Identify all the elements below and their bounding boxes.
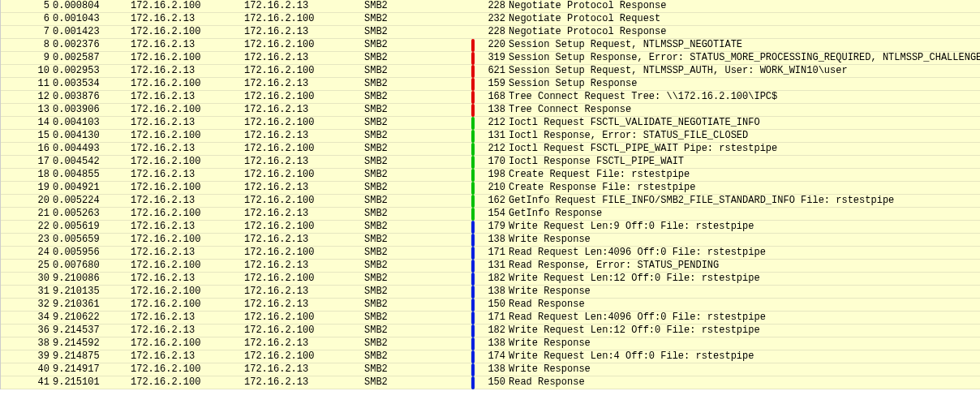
packet-number: 20	[1, 195, 53, 207]
packet-row[interactable]: 230.005659172.16.2.100172.16.2.13SMB2138…	[1, 234, 980, 247]
packet-source: 172.16.2.100	[131, 286, 244, 298]
bracket-bar-icon	[471, 52, 475, 65]
packet-length: 228	[478, 0, 509, 12]
packet-time: 0.002376	[53, 39, 131, 51]
packet-info: Read Request Len:4096 Off:0 File: rstest…	[509, 247, 980, 259]
bracket-bar-icon	[471, 350, 475, 363]
packet-row[interactable]: 160.004493172.16.2.13172.16.2.100SMB2212…	[1, 143, 980, 156]
packet-time: 9.214537	[53, 325, 131, 337]
packet-source: 172.16.2.100	[131, 0, 244, 12]
packet-row[interactable]: 70.001423172.16.2.100172.16.2.13SMB2228N…	[1, 26, 980, 39]
packet-time: 0.005619	[53, 221, 131, 233]
packet-row[interactable]: 130.003906172.16.2.100172.16.2.13SMB2138…	[1, 104, 980, 117]
phase-bracket	[468, 337, 478, 350]
packet-protocol: SMB2	[364, 78, 468, 90]
packet-destination: 172.16.2.100	[244, 117, 364, 129]
packet-time: 0.002953	[53, 65, 131, 77]
packet-row[interactable]: 50.000804172.16.2.100172.16.2.13SMB2228N…	[1, 0, 980, 13]
bracket-bar-icon	[471, 286, 475, 299]
packet-protocol: SMB2	[364, 13, 468, 25]
packet-row[interactable]: 200.005224172.16.2.13172.16.2.100SMB2162…	[1, 195, 980, 208]
phase-bracket	[468, 299, 478, 312]
packet-length: 198	[478, 169, 509, 181]
bracket-bar-icon	[471, 117, 475, 130]
packet-length: 154	[478, 208, 509, 220]
packet-number: 18	[1, 169, 53, 181]
packet-row[interactable]: 60.001043172.16.2.13172.16.2.100SMB2232N…	[1, 13, 980, 26]
packet-destination: 172.16.2.13	[244, 208, 364, 220]
packet-row[interactable]: 409.214917172.16.2.100172.16.2.13SMB2138…	[1, 363, 980, 376]
packet-row[interactable]: 90.002587172.16.2.100172.16.2.13SMB2319S…	[1, 52, 980, 65]
phase-bracket	[468, 273, 478, 286]
packet-row[interactable]: 150.004130172.16.2.100172.16.2.13SMB2131…	[1, 130, 980, 143]
packet-time: 9.214917	[53, 363, 131, 376]
packet-row[interactable]: 190.004921172.16.2.100172.16.2.13SMB2210…	[1, 182, 980, 195]
packet-row[interactable]: 120.003876172.16.2.13172.16.2.100SMB2168…	[1, 91, 980, 104]
packet-time: 0.002587	[53, 52, 131, 64]
packet-destination: 172.16.2.13	[244, 130, 364, 142]
packet-source: 172.16.2.100	[131, 156, 244, 168]
packet-length: 228	[478, 26, 509, 38]
packet-time: 0.004542	[53, 156, 131, 168]
packet-row[interactable]: 170.004542172.16.2.100172.16.2.13SMB2170…	[1, 156, 980, 169]
packet-protocol: SMB2	[364, 247, 468, 259]
packet-destination: 172.16.2.13	[244, 337, 364, 350]
phase-bracket	[468, 350, 478, 363]
packet-number: 40	[1, 363, 53, 376]
packet-info: Read Response	[509, 376, 980, 389]
packet-info: Write Request Len:9 Off:0 File: rstestpi…	[509, 221, 980, 233]
packet-time: 0.000804	[53, 0, 131, 12]
packet-row[interactable]: 240.005956172.16.2.13172.16.2.100SMB2171…	[1, 247, 980, 260]
packet-row[interactable]: 250.007680172.16.2.100172.16.2.13SMB2131…	[1, 260, 980, 273]
packet-list[interactable]: 50.000804172.16.2.100172.16.2.13SMB2228N…	[0, 0, 980, 389]
packet-row[interactable]: 80.002376172.16.2.13172.16.2.100SMB2220S…	[1, 39, 980, 52]
packet-info: Write Response	[509, 286, 980, 298]
packet-row[interactable]: 389.214592172.16.2.100172.16.2.13SMB2138…	[1, 337, 980, 350]
packet-number: 23	[1, 234, 53, 246]
packet-row[interactable]: 100.002953172.16.2.13172.16.2.100SMB2621…	[1, 65, 980, 78]
packet-number: 10	[1, 65, 53, 77]
packet-row[interactable]: 140.004103172.16.2.13172.16.2.100SMB2212…	[1, 117, 980, 130]
packet-destination: 172.16.2.100	[244, 143, 364, 155]
packet-row[interactable]: 210.005263172.16.2.100172.16.2.13SMB2154…	[1, 208, 980, 221]
packet-row[interactable]: 369.214537172.16.2.13172.16.2.100SMB2182…	[1, 325, 980, 337]
packet-row[interactable]: 319.210135172.16.2.100172.16.2.13SMB2138…	[1, 286, 980, 299]
bracket-bar-icon	[471, 208, 475, 221]
packet-row[interactable]: 399.214875172.16.2.13172.16.2.100SMB2174…	[1, 350, 980, 363]
packet-number: 24	[1, 247, 53, 259]
packet-length: 131	[478, 130, 509, 142]
packet-time: 0.005659	[53, 234, 131, 246]
packet-time: 0.004921	[53, 182, 131, 194]
packet-time: 9.210135	[53, 286, 131, 298]
packet-protocol: SMB2	[364, 221, 468, 233]
packet-source: 172.16.2.13	[131, 65, 244, 77]
packet-row[interactable]: 419.215101172.16.2.100172.16.2.13SMB2150…	[1, 376, 980, 389]
packet-length: 170	[478, 156, 509, 168]
packet-info: Tree Connect Request Tree: \\172.16.2.10…	[509, 91, 980, 103]
packet-source: 172.16.2.13	[131, 247, 244, 259]
packet-number: 14	[1, 117, 53, 129]
packet-row[interactable]: 329.210361172.16.2.100172.16.2.13SMB2150…	[1, 299, 980, 312]
packet-protocol: SMB2	[364, 91, 468, 103]
bracket-bar-icon	[471, 260, 475, 273]
packet-info: Session Setup Request, NTLMSSP_AUTH, Use…	[509, 65, 980, 77]
packet-row[interactable]: 309.210086172.16.2.13172.16.2.100SMB2182…	[1, 273, 980, 286]
packet-time: 0.004130	[53, 130, 131, 142]
packet-time: 0.001423	[53, 26, 131, 38]
packet-row[interactable]: 349.210622172.16.2.13172.16.2.100SMB2171…	[1, 312, 980, 325]
bracket-bar-icon	[471, 221, 475, 234]
packet-info: Write Response	[509, 337, 980, 350]
packet-protocol: SMB2	[364, 104, 468, 116]
packet-row[interactable]: 110.003534172.16.2.100172.16.2.13SMB2159…	[1, 78, 980, 91]
packet-destination: 172.16.2.13	[244, 26, 364, 38]
packet-row[interactable]: 220.005619172.16.2.13172.16.2.100SMB2179…	[1, 221, 980, 234]
packet-info: GetInfo Response	[509, 208, 980, 220]
bracket-bar-icon	[471, 169, 475, 182]
packet-protocol: SMB2	[364, 363, 468, 376]
packet-source: 172.16.2.13	[131, 169, 244, 181]
packet-row[interactable]: 180.004855172.16.2.13172.16.2.100SMB2198…	[1, 169, 980, 182]
phase-bracket	[468, 376, 478, 389]
phase-bracket	[468, 208, 478, 221]
bracket-bar-icon	[471, 65, 475, 78]
packet-destination: 172.16.2.100	[244, 221, 364, 233]
